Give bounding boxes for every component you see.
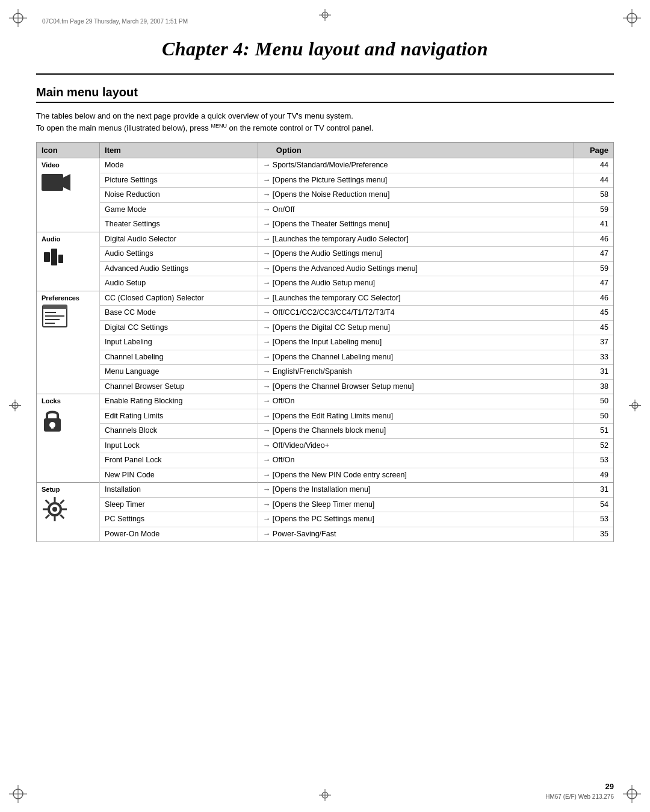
table-cell-item: Theater Settings (100, 217, 258, 232)
table-row: Edit Rating Limits→ [Opens the Edit Rati… (37, 409, 614, 424)
table-row: Sleep Timer→ [Opens the Sleep Timer menu… (37, 497, 614, 512)
table-cell-item: PC Settings (100, 512, 258, 527)
svg-point-39 (52, 507, 57, 512)
table-row: Audio Settings→ [Opens the Audio Setting… (37, 247, 614, 262)
menu-table: Icon Item Option Page Video Mode→ Sports… (36, 142, 614, 542)
table-row: PC Settings→ [Opens the PC Settings menu… (37, 512, 614, 527)
table-cell-item: Input Lock (100, 438, 258, 453)
table-cell-item: Picture Settings (100, 173, 258, 188)
table-row: Picture Settings→ [Opens the Picture Set… (37, 173, 614, 188)
table-cell-page: 35 (574, 527, 614, 542)
icon-label: Video (42, 161, 94, 170)
table-row: Game Mode→ On/Off59 (37, 202, 614, 217)
table-cell-option: → Off/On (258, 453, 574, 468)
svg-rect-27 (51, 249, 57, 265)
table-cell-option: → Off/Video/Video+ (258, 438, 574, 453)
table-cell-option: → [Opens the Edit Rating Limits menu] (258, 409, 574, 424)
table-cell-item: Input Labeling (100, 335, 258, 350)
mid-mark-left (9, 399, 21, 413)
table-cell-option: → Power-Saving/Fast (258, 527, 574, 542)
icon-label: Audio (42, 235, 94, 244)
table-row: Front Panel Lock→ Off/On53 (37, 453, 614, 468)
table-cell-page: 51 (574, 424, 614, 439)
table-cell-page: 37 (574, 335, 614, 350)
table-cell-page: 59 (574, 202, 614, 217)
table-cell-item: Game Mode (100, 202, 258, 217)
col-header-icon: Icon (37, 143, 100, 158)
table-header-row: Icon Item Option Page (37, 143, 614, 158)
section-title: Main menu layout (36, 85, 614, 103)
table-row: Channel Labeling→ [Opens the Channel Lab… (37, 350, 614, 365)
table-cell-option: → English/French/Spanish (258, 365, 574, 380)
table-cell-page: 47 (574, 247, 614, 262)
table-cell-page: 53 (574, 453, 614, 468)
col-header-page: Page (574, 143, 614, 158)
table-cell-item: Installation (100, 483, 258, 498)
corner-mark-bottom-right (623, 785, 641, 803)
table-cell-page: 38 (574, 379, 614, 394)
table-cell-item: Sleep Timer (100, 497, 258, 512)
table-cell-page: 50 (574, 394, 614, 409)
table-cell-page: 33 (574, 350, 614, 365)
table-cell-option: → [Opens the Digital CC Setup menu] (258, 320, 574, 335)
corner-mark-top-left (9, 9, 27, 27)
table-cell-item: Menu Language (100, 365, 258, 380)
table-cell-item: Audio Setup (100, 276, 258, 291)
corner-mark-top-right (623, 9, 641, 27)
table-row: Setup Installation→ [Opens the Installat… (37, 483, 614, 498)
intro-text: The tables below and on the next page pr… (36, 110, 614, 134)
table-cell-page: 44 (574, 173, 614, 188)
table-cell-option: → [Opens the Input Labeling menu] (258, 335, 574, 350)
icon-cell-locks: Locks (37, 394, 100, 483)
table-cell-page: 45 (574, 306, 614, 321)
table-cell-page: 49 (574, 468, 614, 483)
table-cell-item: Power-On Mode (100, 527, 258, 542)
table-cell-page: 50 (574, 409, 614, 424)
table-row: Input Labeling→ [Opens the Input Labelin… (37, 335, 614, 350)
table-cell-item: Base CC Mode (100, 306, 258, 321)
col-header-option: Option (258, 143, 574, 158)
mid-mark-right (629, 399, 641, 413)
intro-line-2-suffix: on the remote control or TV control pane… (227, 123, 373, 132)
intro-line-1: The tables below and on the next page pr… (36, 111, 353, 120)
table-cell-option: → [Opens the Channels block menu] (258, 424, 574, 439)
table-cell-item: Channel Labeling (100, 350, 258, 365)
table-row: Channels Block→ [Opens the Channels bloc… (37, 424, 614, 439)
menu-superscript: MENU (211, 123, 227, 129)
table-cell-item: CC (Closed Caption) Selector (100, 291, 258, 306)
table-cell-page: 41 (574, 217, 614, 232)
mid-mark-top (319, 9, 331, 23)
svg-marker-25 (63, 174, 70, 191)
icon-label: Locks (42, 397, 94, 406)
table-row: Channel Browser Setup→ [Opens the Channe… (37, 379, 614, 394)
table-cell-page: 44 (574, 158, 614, 173)
table-row: Audio Setup→ [Opens the Audio Setup menu… (37, 276, 614, 291)
table-row: Advanced Audio Settings→ [Opens the Adva… (37, 261, 614, 276)
locks-icon (42, 408, 94, 437)
table-row: Locks Enable Rating Blocking→ Off/On50 (37, 394, 614, 409)
svg-rect-30 (43, 305, 67, 309)
svg-line-47 (46, 515, 49, 518)
table-cell-page: 54 (574, 497, 614, 512)
table-cell-item: Enable Rating Blocking (100, 394, 258, 409)
icon-cell-setup: Setup (37, 483, 100, 542)
table-cell-page: 58 (574, 188, 614, 203)
table-cell-page: 31 (574, 483, 614, 498)
table-cell-option: → [Opens the Audio Setup menu] (258, 276, 574, 291)
table-row: Digital CC Settings→ [Opens the Digital … (37, 320, 614, 335)
table-row: Preferences CC (Closed Caption) Selector… (37, 291, 614, 306)
table-row: Theater Settings→ [Opens the Theater Set… (37, 217, 614, 232)
preferences-icon (42, 304, 94, 331)
table-cell-option: → [Launches the temporary CC Selector] (258, 291, 574, 306)
table-row: Input Lock→ Off/Video/Video+52 (37, 438, 614, 453)
table-cell-item: Audio Settings (100, 247, 258, 262)
table-cell-item: Channels Block (100, 424, 258, 439)
svg-rect-28 (58, 255, 63, 263)
svg-rect-26 (44, 252, 50, 262)
table-cell-option: → [Opens the Installation menu] (258, 483, 574, 498)
table-cell-item: Mode (100, 158, 258, 173)
table-cell-page: 59 (574, 261, 614, 276)
table-cell-option: → [Opens the Theater Settings menu] (258, 217, 574, 232)
table-cell-option: → Off/On (258, 394, 574, 409)
table-cell-option: → On/Off (258, 202, 574, 217)
